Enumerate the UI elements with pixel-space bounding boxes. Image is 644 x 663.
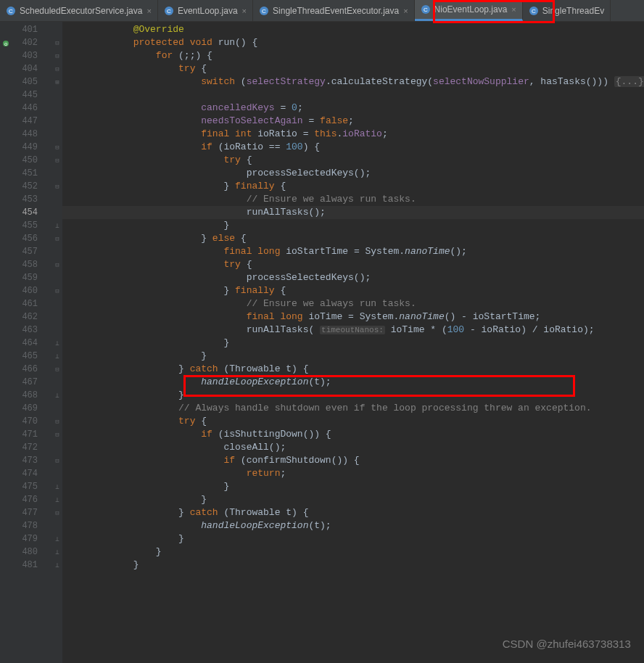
fold-marker[interactable] xyxy=(52,297,62,310)
code-line[interactable]: } xyxy=(62,532,644,545)
code-line[interactable]: processSelectedKeys(); xyxy=(62,167,644,180)
code-line[interactable]: if (ioRatio == 100) { xyxy=(62,141,644,154)
code-line[interactable]: try { xyxy=(62,62,644,75)
code-line[interactable]: } finally { xyxy=(62,180,644,193)
code-line[interactable]: handleLoopException(t); xyxy=(62,519,644,532)
code-line[interactable]: @Override xyxy=(62,23,644,36)
fold-marker[interactable] xyxy=(52,324,62,337)
code-line[interactable]: protected void run() { xyxy=(62,36,644,49)
fold-marker[interactable] xyxy=(52,102,62,115)
code-line[interactable]: final int ioRatio = this.ioRatio; xyxy=(62,128,644,141)
fold-marker[interactable]: ⊟ xyxy=(52,141,62,154)
code-line[interactable]: switch (selectStrategy.calculateStrategy… xyxy=(62,75,644,88)
override-gutter-icon[interactable]: o xyxy=(2,38,9,46)
code-line[interactable]: } else { xyxy=(62,232,644,245)
code-line[interactable]: for (;;) { xyxy=(62,49,644,62)
fold-marker[interactable] xyxy=(52,206,62,219)
close-icon[interactable]: × xyxy=(242,7,247,15)
code-line[interactable]: // Always handle shutdown even if the lo… xyxy=(62,402,644,415)
code-line[interactable]: } xyxy=(62,480,644,493)
fold-marker[interactable]: ⊥ xyxy=(52,559,62,572)
fold-marker[interactable] xyxy=(52,310,62,324)
tab-nio-eventloop[interactable]: C NioEventLoop.java × xyxy=(415,0,523,21)
code-line[interactable]: } xyxy=(62,493,644,506)
fold-marker[interactable]: ⊥ xyxy=(52,389,62,402)
tab-label: ScheduledExecutorService.java xyxy=(20,6,142,16)
code-line[interactable]: runAllTasks(); xyxy=(62,206,644,219)
close-icon[interactable]: × xyxy=(403,7,408,15)
tab-single-thread-ev[interactable]: C SingleThreadEv xyxy=(523,0,611,21)
fold-marker[interactable] xyxy=(52,128,62,141)
code-line[interactable]: // Ensure we always run tasks. xyxy=(62,297,644,310)
fold-column[interactable]: ⊟⊟⊟⊞⊟⊟⊟⊥⊟⊟⊟⊥⊥⊟⊥⊟⊟⊟⊥⊥⊟⊥⊥⊥ xyxy=(52,22,62,663)
code-line[interactable]: processSelectedKeys(); xyxy=(62,271,644,284)
code-line[interactable]: needsToSelectAgain = false; xyxy=(62,115,644,128)
fold-marker[interactable]: ⊟ xyxy=(52,49,62,62)
fold-marker[interactable]: ⊟ xyxy=(52,62,62,75)
fold-marker[interactable]: ⊟ xyxy=(52,258,62,271)
code-line[interactable]: } xyxy=(62,219,644,232)
code-line[interactable]: final long ioStartTime = System.nanoTime… xyxy=(62,245,644,258)
fold-marker[interactable]: ⊟ xyxy=(52,284,62,297)
fold-marker[interactable]: ⊟ xyxy=(52,363,62,376)
fold-marker[interactable]: ⊥ xyxy=(52,532,62,545)
fold-marker[interactable]: ⊥ xyxy=(52,337,62,350)
fold-marker[interactable]: ⊟ xyxy=(52,428,62,441)
code-line[interactable]: } xyxy=(62,389,644,402)
fold-marker[interactable] xyxy=(52,467,62,480)
tab-single-thread-executor[interactable]: C SingleThreadEventExecutor.java × xyxy=(253,0,415,21)
fold-marker[interactable] xyxy=(52,441,62,454)
fold-marker[interactable]: ⊥ xyxy=(52,350,62,363)
fold-marker[interactable]: ⊥ xyxy=(52,493,62,506)
code-line[interactable]: } xyxy=(62,545,644,559)
code-line[interactable] xyxy=(62,88,644,102)
tab-label: SingleThreadEv xyxy=(542,6,604,16)
tab-eventloop[interactable]: C EventLoop.java × xyxy=(158,0,253,21)
code-line[interactable]: try { xyxy=(62,258,644,271)
code-line[interactable]: } xyxy=(62,350,644,363)
code-line[interactable]: try { xyxy=(62,415,644,428)
code-line[interactable]: cancelledKeys = 0; xyxy=(62,102,644,115)
code-line[interactable]: if (isShuttingDown()) { xyxy=(62,428,644,441)
code-line[interactable]: } catch (Throwable t) { xyxy=(62,506,644,519)
fold-marker[interactable]: ⊟ xyxy=(52,506,62,519)
fold-marker[interactable] xyxy=(52,193,62,206)
code-line[interactable]: runAllTasks( timeoutNanos: ioTime * (100… xyxy=(62,324,644,337)
fold-marker[interactable]: ⊥ xyxy=(52,545,62,559)
code-line[interactable]: } xyxy=(62,337,644,350)
fold-marker[interactable] xyxy=(52,271,62,284)
code-line[interactable]: final long ioTime = System.nanoTime() - … xyxy=(62,310,644,324)
code-line[interactable]: } catch (Throwable t) { xyxy=(62,363,644,376)
fold-marker[interactable] xyxy=(52,167,62,180)
close-icon[interactable]: × xyxy=(146,7,151,15)
code-line[interactable]: return; xyxy=(62,467,644,480)
fold-marker[interactable]: ⊟ xyxy=(52,232,62,245)
close-icon[interactable]: × xyxy=(511,5,516,14)
fold-marker[interactable] xyxy=(52,115,62,128)
code-line[interactable]: // Ensure we always run tasks. xyxy=(62,193,644,206)
fold-marker[interactable] xyxy=(52,88,62,102)
line-number: 402o xyxy=(0,36,52,49)
tab-scheduled-executor[interactable]: C ScheduledExecutorService.java × xyxy=(0,0,158,21)
fold-marker[interactable]: ⊞ xyxy=(52,75,62,88)
fold-marker[interactable] xyxy=(52,23,62,36)
line-number-gutter[interactable]: 401402o403404405445446447448449450451452… xyxy=(0,22,52,663)
code-line[interactable]: try { xyxy=(62,154,644,167)
fold-marker[interactable]: ⊟ xyxy=(52,36,62,49)
fold-marker[interactable] xyxy=(52,245,62,258)
fold-marker[interactable]: ⊥ xyxy=(52,219,62,232)
code-line[interactable]: if (confirmShutdown()) { xyxy=(62,454,644,467)
fold-marker[interactable]: ⊥ xyxy=(52,480,62,493)
code-line[interactable]: closeAll(); xyxy=(62,441,644,454)
fold-marker[interactable]: ⊟ xyxy=(52,180,62,193)
code-line[interactable]: } finally { xyxy=(62,284,644,297)
code-line[interactable]: } xyxy=(62,559,644,572)
fold-marker[interactable]: ⊟ xyxy=(52,454,62,467)
fold-marker[interactable] xyxy=(52,402,62,415)
fold-marker[interactable]: ⊟ xyxy=(52,415,62,428)
fold-marker[interactable] xyxy=(52,519,62,532)
code-area[interactable]: @Override protected void run() { for (;;… xyxy=(62,22,644,663)
code-line[interactable]: handleLoopException(t); xyxy=(62,376,644,389)
fold-marker[interactable] xyxy=(52,376,62,389)
fold-marker[interactable]: ⊟ xyxy=(52,154,62,167)
